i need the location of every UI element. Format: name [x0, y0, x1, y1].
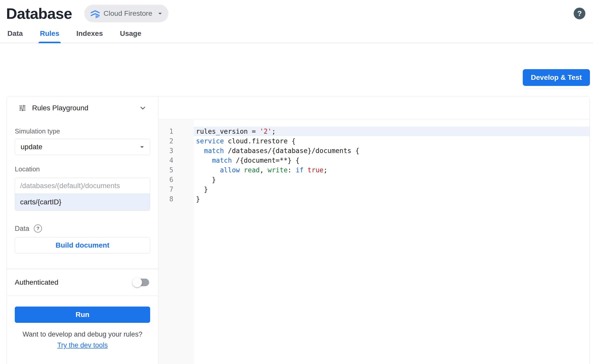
playground-title: Rules Playground	[32, 104, 88, 112]
actions-row: Develop & Test	[0, 43, 593, 86]
code-text: service cloud.firestore {	[194, 136, 590, 146]
location-label: Location	[15, 165, 150, 173]
simulation-type-label: Simulation type	[15, 127, 150, 135]
code-line[interactable]: 7 }	[159, 185, 590, 194]
code-text: allow read, write: if true;	[194, 165, 590, 175]
tab-rules-label: Rules	[40, 29, 59, 37]
tab-indexes[interactable]: Indexes	[76, 27, 103, 43]
data-section-row: Data ?	[15, 224, 150, 233]
line-number: 1	[159, 127, 194, 136]
code-line[interactable]: 1rules_version = '2';	[159, 127, 590, 136]
line-number: 5	[159, 165, 194, 175]
tab-usage-label: Usage	[120, 29, 141, 37]
tab-usage[interactable]: Usage	[119, 27, 142, 43]
help-button[interactable]: ?	[574, 8, 585, 19]
code-text: match /databases/{database}/documents {	[194, 146, 590, 156]
playground-header: Rules Playground	[7, 96, 158, 120]
tab-rules[interactable]: Rules	[39, 27, 60, 43]
location-field-group: /databases/(default)/documents carts/{ca…	[15, 178, 150, 211]
line-number: 7	[159, 185, 194, 194]
product-selector[interactable]: Cloud Firestore	[84, 5, 168, 22]
line-number: 3	[159, 146, 194, 156]
line-number: 4	[159, 156, 194, 165]
code-line[interactable]: 3 match /databases/{database}/documents …	[159, 146, 590, 156]
help-icon: ?	[577, 9, 582, 18]
product-selector-label: Cloud Firestore	[104, 9, 152, 18]
location-prefix-input[interactable]: /databases/(default)/documents	[15, 178, 150, 194]
tab-data[interactable]: Data	[7, 27, 23, 43]
simulation-type-select[interactable]: update	[15, 139, 150, 155]
page-title: Database	[6, 5, 72, 22]
line-number: 8	[159, 194, 194, 204]
code-text: }	[194, 185, 590, 194]
run-button[interactable]: Run	[15, 307, 150, 323]
dev-tools-link[interactable]: Try the dev tools	[57, 341, 108, 349]
collapse-chevron-icon[interactable]	[138, 103, 148, 113]
chevron-down-icon	[156, 9, 164, 18]
data-label: Data	[15, 225, 29, 233]
authenticated-toggle[interactable]	[133, 279, 149, 286]
data-help-icon[interactable]: ?	[34, 224, 42, 233]
code-text: rules_version = '2';	[194, 127, 590, 136]
chevron-down-icon	[138, 143, 146, 151]
line-number: 2	[159, 136, 194, 146]
rules-card: Rules Playground Simulation type update …	[6, 96, 590, 364]
code-text: }	[194, 175, 590, 185]
develop-test-button[interactable]: Develop & Test	[523, 69, 590, 86]
build-document-button[interactable]: Build document	[15, 237, 150, 253]
line-number: 6	[159, 175, 194, 185]
tab-bar: Data Rules Indexes Usage	[0, 27, 593, 43]
playground-footer-question: Want to develop and debug your rules?	[15, 330, 150, 338]
editor-toolbar	[159, 96, 590, 120]
rules-editor: 1rules_version = '2';2service cloud.fire…	[159, 96, 590, 364]
code-line[interactable]: 4 match /{document=**} {	[159, 156, 590, 165]
code-line[interactable]: 2service cloud.firestore {	[159, 136, 590, 146]
simulation-type-value: update	[21, 143, 138, 151]
rules-playground-panel: Rules Playground Simulation type update …	[7, 96, 159, 364]
playground-body: Simulation type update Location /databas…	[7, 120, 158, 364]
tune-icon	[18, 104, 26, 112]
code-line[interactable]: 5 allow read, write: if true;	[159, 165, 590, 175]
authenticated-label: Authenticated	[15, 278, 58, 286]
code-line[interactable]: 6 }	[159, 175, 590, 185]
page-header: Database Cloud Firestore ?	[0, 0, 593, 23]
code-text: }	[194, 194, 590, 204]
firestore-icon	[90, 9, 100, 18]
code-line[interactable]: 8}	[159, 194, 590, 204]
location-path-input[interactable]: carts/{cartID}	[15, 194, 150, 210]
divider	[7, 296, 158, 296]
code-text: match /{document=**} {	[194, 156, 590, 165]
code-lines[interactable]: 1rules_version = '2';2service cloud.fire…	[159, 120, 590, 364]
toggle-knob	[132, 278, 142, 287]
authenticated-row: Authenticated	[15, 269, 150, 296]
tab-data-label: Data	[7, 29, 23, 37]
playground-footer-link-wrap: Try the dev tools	[15, 338, 150, 349]
tab-indexes-label: Indexes	[76, 29, 103, 37]
